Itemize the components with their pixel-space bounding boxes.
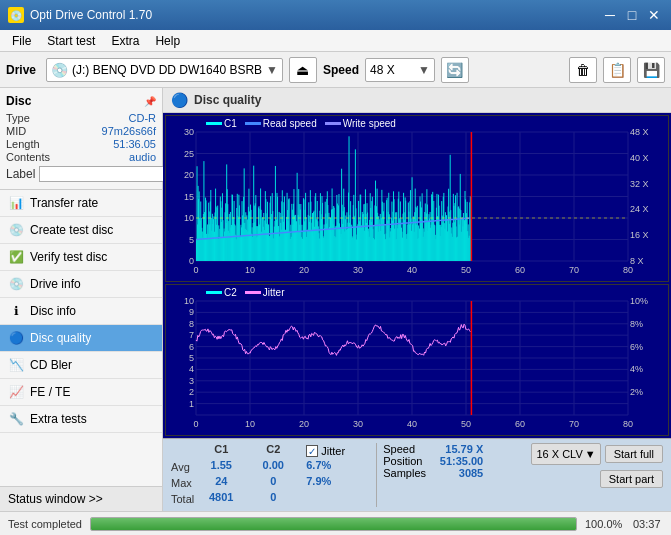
refresh-button[interactable]: 🔄 xyxy=(441,57,469,83)
nav-fe-te-label: FE / TE xyxy=(30,385,70,399)
verify-test-disc-icon: ✅ xyxy=(8,249,24,265)
action-buttons: 16 X CLV ▼ Start full Start part xyxy=(531,443,663,488)
eject-button[interactable]: ⏏ xyxy=(289,57,317,83)
jitter-max: 7.9% xyxy=(306,475,370,491)
drive-dropdown-arrow: ▼ xyxy=(266,63,278,77)
minimize-button[interactable]: ─ xyxy=(601,6,619,24)
stats-bar: Avg Max Total C1 1.55 24 4801 C2 0.00 0 … xyxy=(163,438,671,511)
speed-row: Speed 15.79 X xyxy=(383,443,483,455)
menu-help[interactable]: Help xyxy=(147,32,188,50)
max-label: Max xyxy=(171,475,194,491)
speed-clv-arrow: ▼ xyxy=(585,448,596,460)
app-title: Opti Drive Control 1.70 xyxy=(30,8,152,22)
samples-label: Samples xyxy=(383,467,426,479)
speed-clv-value: 16 X CLV xyxy=(536,448,582,460)
speed-selector[interactable]: 48 X ▼ xyxy=(365,58,435,82)
toolbar: Drive 💿 (J:) BENQ DVD DD DW1640 BSRB ▼ ⏏… xyxy=(0,52,671,88)
nav-disc-info[interactable]: ℹ Disc info xyxy=(0,298,162,325)
nav-transfer-rate-label: Transfer rate xyxy=(30,196,98,210)
nav-fe-te[interactable]: 📈 FE / TE xyxy=(0,379,162,406)
samples-row: Samples 3085 xyxy=(383,467,483,479)
chart1-canvas xyxy=(166,116,668,281)
nav-items: 📊 Transfer rate 💿 Create test disc ✅ Ver… xyxy=(0,190,162,486)
panel-title: 🔵 Disc quality xyxy=(163,88,671,113)
c2-max: 0 xyxy=(270,475,276,491)
drive-disc-icon: 💿 xyxy=(51,62,68,78)
speed-stat-label: Speed xyxy=(383,443,415,455)
write-speed-label: Write speed xyxy=(343,118,396,129)
extra-tests-icon: 🔧 xyxy=(8,411,24,427)
jitter-checkbox-row[interactable]: ✓ Jitter xyxy=(306,443,370,459)
disc-mid-value: 97m26s66f xyxy=(102,125,156,137)
c2-stats-col: C2 0.00 0 0 xyxy=(248,443,298,507)
legend-read-speed: Read speed xyxy=(245,118,317,129)
start-part-button[interactable]: Start part xyxy=(600,470,663,488)
panel-title-icon: 🔵 xyxy=(171,92,188,108)
position-label: Position xyxy=(383,455,422,467)
speed-value: 48 X xyxy=(370,63,395,77)
disc-mid-label: MID xyxy=(6,125,26,137)
nav-verify-test-disc-label: Verify test disc xyxy=(30,250,107,264)
legend-jitter: Jitter xyxy=(245,287,285,298)
nav-extra-tests[interactable]: 🔧 Extra tests xyxy=(0,406,162,433)
panel-title-text: Disc quality xyxy=(194,93,261,107)
position-row: Position 51:35.00 xyxy=(383,455,483,467)
nav-cd-bler[interactable]: 📉 CD Bler xyxy=(0,352,162,379)
samples-value: 3085 xyxy=(459,467,483,479)
pin-icon[interactable]: 📌 xyxy=(144,96,156,107)
start-full-button[interactable]: Start full xyxy=(605,445,663,463)
copy-button[interactable]: 📋 xyxy=(603,57,631,83)
speed-dropdown-arrow: ▼ xyxy=(418,63,430,77)
c2-header: C2 xyxy=(266,443,280,459)
jitter-avg: 6.7% xyxy=(306,459,370,475)
drive-info-icon: 💿 xyxy=(8,276,24,292)
read-speed-color xyxy=(245,122,261,125)
chart2-container: C2 Jitter xyxy=(165,284,669,436)
nav-create-test-disc[interactable]: 💿 Create test disc xyxy=(0,217,162,244)
nav-disc-info-label: Disc info xyxy=(30,304,76,318)
c2-label: C2 xyxy=(224,287,237,298)
read-speed-label: Read speed xyxy=(263,118,317,129)
nav-cd-bler-label: CD Bler xyxy=(30,358,72,372)
jitter-checkbox[interactable]: ✓ xyxy=(306,445,318,457)
transfer-rate-icon: 📊 xyxy=(8,195,24,211)
close-button[interactable]: ✕ xyxy=(645,6,663,24)
stats-row-labels: Avg Max Total xyxy=(171,443,194,507)
nav-disc-quality[interactable]: 🔵 Disc quality xyxy=(0,325,162,352)
app-icon: 💿 xyxy=(8,7,24,23)
c1-total: 4801 xyxy=(209,491,233,507)
create-test-disc-icon: 💿 xyxy=(8,222,24,238)
disc-label-row: Label 🔄 xyxy=(6,165,156,183)
label-input[interactable] xyxy=(39,166,179,182)
disc-quality-icon: 🔵 xyxy=(8,330,24,346)
nav-drive-info-label: Drive info xyxy=(30,277,81,291)
nav-disc-quality-label: Disc quality xyxy=(30,331,91,345)
maximize-button[interactable]: □ xyxy=(623,6,641,24)
nav-verify-test-disc[interactable]: ✅ Verify test disc xyxy=(0,244,162,271)
c2-avg: 0.00 xyxy=(263,459,284,475)
cd-bler-icon: 📉 xyxy=(8,357,24,373)
delete-button[interactable]: 🗑 xyxy=(569,57,597,83)
nav-transfer-rate[interactable]: 📊 Transfer rate xyxy=(0,190,162,217)
jitter-label: Jitter xyxy=(263,287,285,298)
disc-length-label: Length xyxy=(6,138,40,150)
chart1-container: C1 Read speed Write speed xyxy=(165,115,669,282)
c2-color xyxy=(206,291,222,294)
main-content: Disc 📌 Type CD-R MID 97m26s66f Length 51… xyxy=(0,88,671,511)
speed-clv-selector[interactable]: 16 X CLV ▼ xyxy=(531,443,600,465)
speed-stat-value: 15.79 X xyxy=(445,443,483,455)
stats-table: Avg Max Total C1 1.55 24 4801 C2 0.00 0 … xyxy=(171,443,370,507)
menu-file[interactable]: File xyxy=(4,32,39,50)
save-button[interactable]: 💾 xyxy=(637,57,665,83)
charts-area: C1 Read speed Write speed xyxy=(163,113,671,438)
disc-mid-row: MID 97m26s66f xyxy=(6,125,156,137)
progress-bar-fill xyxy=(91,518,576,530)
menu-extra[interactable]: Extra xyxy=(103,32,147,50)
drive-selector[interactable]: 💿 (J:) BENQ DVD DD DW1640 BSRB ▼ xyxy=(46,58,283,82)
jitter-stats-col: ✓ Jitter 6.7% 7.9% xyxy=(300,443,370,507)
nav-drive-info[interactable]: 💿 Drive info xyxy=(0,271,162,298)
menu-start-test[interactable]: Start test xyxy=(39,32,103,50)
status-window-button[interactable]: Status window >> xyxy=(0,486,162,511)
c1-avg: 1.55 xyxy=(211,459,232,475)
c1-max: 24 xyxy=(215,475,227,491)
